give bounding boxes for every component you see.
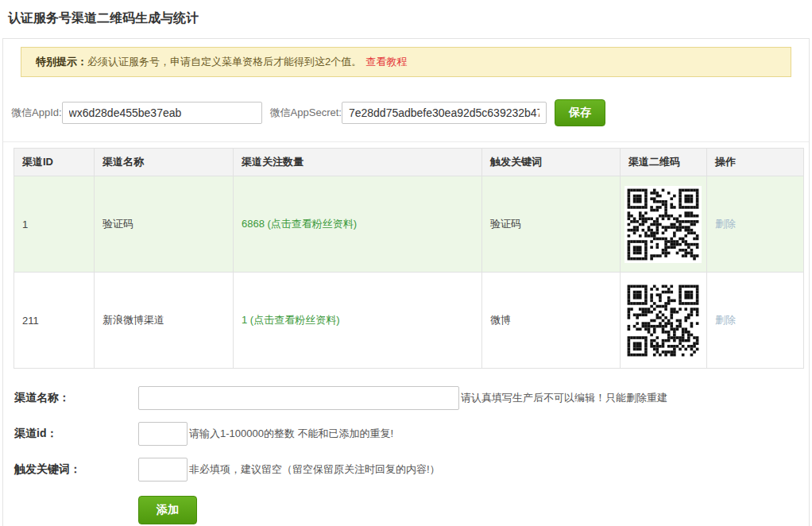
- appsecret-label: 微信AppSecret:: [270, 106, 342, 120]
- appsecret-input[interactable]: [342, 102, 547, 124]
- channel-qr-code: [624, 186, 702, 263]
- header-channel-id: 渠道ID: [14, 149, 95, 176]
- trigger-keyword-input[interactable]: [138, 458, 188, 482]
- channel-name-row: 渠道名称： 请认真填写生产后不可以编辑！只能删除重建: [14, 386, 809, 410]
- channel-qr-code: [624, 282, 702, 359]
- trigger-keyword-row: 触发关键词： 非必填项，建议留空（留空保留原关注时回复的内容!）: [14, 458, 809, 482]
- notice-bar: 特别提示：必须认证服务号，申请自定义菜单资格后才能得到这2个值。查看教程: [21, 47, 791, 77]
- appid-label: 微信AppId:: [11, 106, 62, 120]
- main-panel: 特别提示：必须认证服务号，申请自定义菜单资格后才能得到这2个值。查看教程 微信A…: [2, 38, 810, 526]
- channel-table: 渠道ID 渠道名称 渠道关注数量 触发关键词 渠道二维码 操作 1 验证码 68…: [14, 148, 804, 369]
- add-button-row: 添加: [138, 496, 809, 524]
- table-row: 1 验证码 6868 (点击查看粉丝资料) 验证码 删除: [14, 176, 804, 273]
- view-tutorial-link[interactable]: 查看教程: [365, 56, 407, 68]
- table-header-row: 渠道ID 渠道名称 渠道关注数量 触发关键词 渠道二维码 操作: [14, 149, 804, 176]
- channel-name-input[interactable]: [138, 386, 459, 410]
- channel-name-label: 渠道名称：: [14, 391, 138, 405]
- header-trigger-keyword: 触发关键词: [482, 149, 621, 176]
- delete-channel-link[interactable]: 删除: [715, 314, 736, 326]
- notice-bold-label: 特别提示：: [36, 56, 87, 68]
- notice-text: 必须认证服务号，申请自定义菜单资格后才能得到这2个值。: [87, 56, 362, 68]
- appid-input[interactable]: [62, 102, 262, 124]
- channel-id-hint: 请输入1-100000的整数 不能和已添加的重复!: [189, 427, 393, 441]
- followers-detail-link[interactable]: 1 (点击查看粉丝资料): [242, 314, 340, 326]
- cell-trigger-keyword: 验证码: [482, 176, 621, 273]
- header-actions: 操作: [707, 149, 804, 176]
- cell-channel-name: 新浪微博渠道: [95, 273, 234, 369]
- channel-name-hint: 请认真填写生产后不可以编辑！只能删除重建: [461, 391, 667, 405]
- save-button[interactable]: 保存: [555, 99, 605, 126]
- channel-id-label: 渠道id：: [14, 427, 138, 441]
- table-row: 211 新浪微博渠道 1 (点击查看粉丝资料) 微博 删除: [14, 273, 804, 369]
- channel-id-row: 渠道id： 请输入1-100000的整数 不能和已添加的重复!: [14, 422, 809, 446]
- cell-trigger-keyword: 微博: [482, 273, 621, 369]
- credentials-row: 微信AppId: 微信AppSecret: 保存: [3, 87, 809, 142]
- trigger-keyword-label: 触发关键词：: [14, 462, 138, 477]
- page-title: 认证服务号渠道二维码生成与统计: [8, 10, 812, 27]
- channel-id-input[interactable]: [138, 422, 188, 446]
- followers-detail-link[interactable]: 6868 (点击查看粉丝资料): [242, 218, 357, 230]
- header-channel-qr: 渠道二维码: [621, 149, 707, 176]
- cell-channel-id: 1: [14, 176, 95, 273]
- header-followers-count: 渠道关注数量: [234, 149, 482, 176]
- add-button[interactable]: 添加: [138, 496, 197, 524]
- header-channel-name: 渠道名称: [95, 149, 234, 176]
- trigger-keyword-hint: 非必填项，建议留空（留空保留原关注时回复的内容!）: [189, 462, 440, 477]
- cell-channel-id: 211: [14, 273, 95, 369]
- add-channel-form: 渠道名称： 请认真填写生产后不可以编辑！只能删除重建 渠道id： 请输入1-10…: [3, 386, 809, 524]
- cell-channel-name: 验证码: [95, 176, 234, 273]
- delete-channel-link[interactable]: 删除: [715, 218, 736, 230]
